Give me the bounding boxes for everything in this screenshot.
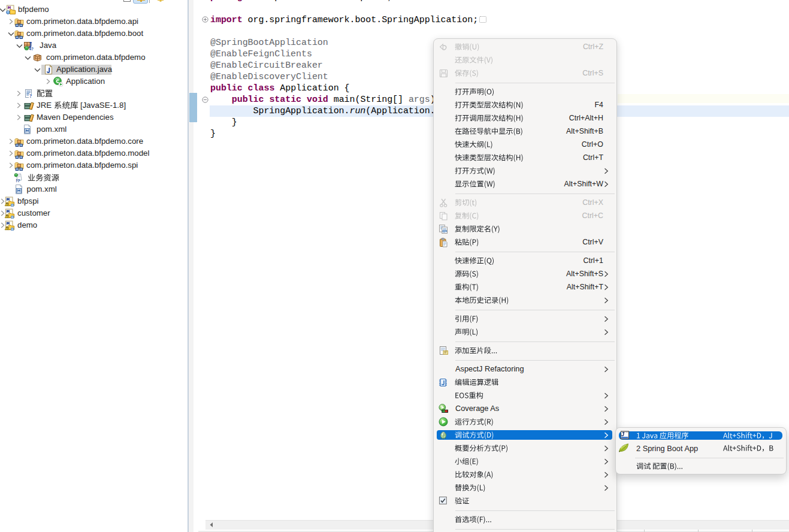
svg-text:4?: 4? [29,47,34,51]
svg-text:!?: !? [16,178,20,183]
svg-text:?: ? [29,93,32,99]
